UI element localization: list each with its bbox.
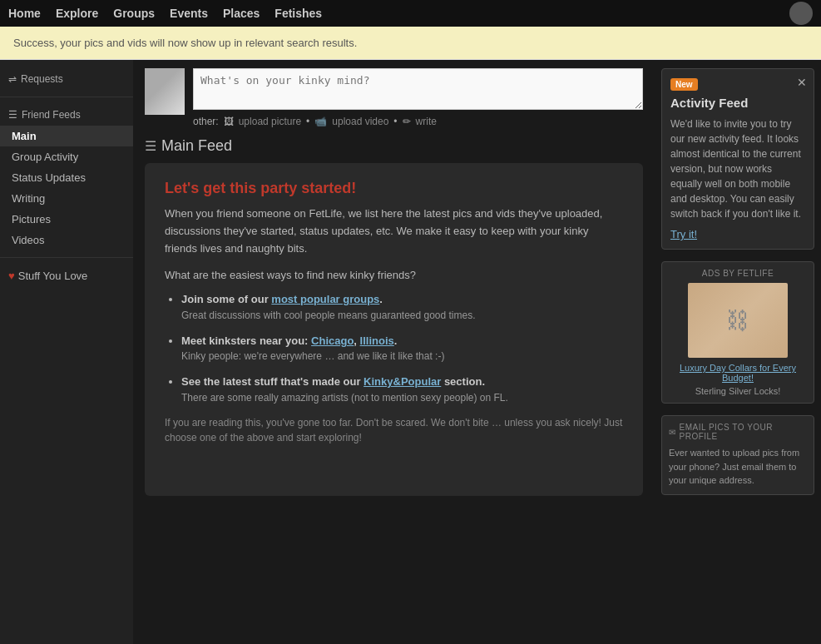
sidebar-item-group-activity[interactable]: Group Activity (0, 146, 133, 167)
list-item-3-main: See the latest stuff that's made our Kin… (181, 375, 485, 388)
sidebar-item-main[interactable]: Main (0, 126, 133, 146)
top-navigation: Home Explore Groups Events Places Fetish… (0, 0, 821, 27)
city-link[interactable]: Chicago (311, 334, 354, 347)
write-icon: ✏ (403, 116, 411, 127)
ad-image (688, 283, 788, 358)
sidebar-item-stuff-you-love[interactable]: ♥ Stuff You Love (0, 265, 133, 287)
try-it-link[interactable]: Try it! (670, 228, 697, 240)
sidebar-item-pictures[interactable]: Pictures (0, 209, 133, 230)
list-item: See the latest stuff that's made our Kin… (181, 374, 623, 405)
ad-link[interactable]: Luxury Day Collars for Every Budget! (669, 363, 807, 383)
nav-groups[interactable]: Groups (113, 7, 155, 20)
nav-logo (789, 2, 813, 25)
post-box: other: 🖼 upload picture • 📹 upload video… (145, 68, 643, 127)
state-link[interactable]: Illinois (360, 334, 394, 347)
friend-feeds-icon: ☰ (8, 109, 17, 121)
email-section: ✉ EMAIL PICS TO YOUR PROFILE Ever wanted… (661, 415, 814, 495)
email-icon: ✉ (669, 428, 676, 437)
upload-video-link[interactable]: upload video (332, 116, 388, 127)
post-options: other: 🖼 upload picture • 📹 upload video… (193, 116, 643, 127)
feed-box: Let's get this party started! When you f… (145, 163, 643, 496)
email-body: Ever wanted to upload pics from your pho… (669, 446, 807, 488)
activity-card-body: We'd like to invite you to try our new a… (670, 116, 805, 221)
sidebar-divider-1 (0, 97, 133, 97)
activity-card-title: Activity Feed (670, 96, 805, 110)
ads-label: ADS BY FETLIFE (669, 269, 807, 278)
picture-icon: 🖼 (224, 116, 234, 127)
dot-separator-2: • (393, 116, 397, 127)
post-input-area: other: 🖼 upload picture • 📹 upload video… (193, 68, 643, 127)
popular-groups-link[interactable]: most popular groups (271, 293, 379, 305)
email-header: ✉ EMAIL PICS TO YOUR PROFILE (669, 423, 807, 441)
post-textarea[interactable] (193, 68, 643, 110)
activity-card: New ✕ Activity Feed We'd like to invite … (661, 68, 814, 250)
list-item: Join some of our most popular groups. Gr… (181, 291, 623, 323)
nav-places[interactable]: Places (223, 7, 260, 20)
sidebar: ⇌ Requests ☰ Friend Feeds Main Group Act… (0, 60, 133, 644)
list-item-1-sub: Great discussions with cool people means… (181, 308, 623, 323)
sidebar-divider-2 (0, 257, 133, 258)
feed-title-text: Main Feed (161, 137, 232, 155)
kinky-popular-link[interactable]: Kinky&Popular (364, 375, 441, 388)
avatar (145, 68, 185, 115)
feed-lines-icon: ☰ (145, 138, 156, 154)
right-panel: New ✕ Activity Feed We'd like to invite … (655, 60, 821, 644)
feed-heading: Let's get this party started! (165, 180, 623, 197)
avatar-image (145, 68, 185, 115)
nav-home[interactable]: Home (8, 7, 41, 20)
video-icon: 📹 (314, 116, 327, 127)
list-item-2-sub: Kinky people: we're everywhere … and we … (181, 349, 623, 364)
friend-feeds-section[interactable]: ☰ Friend Feeds (0, 104, 133, 126)
sidebar-item-videos[interactable]: Videos (0, 230, 133, 250)
ads-section: ADS BY FETLIFE Luxury Day Collars for Ev… (661, 261, 814, 404)
success-banner: Success, your pics and vids will now sho… (0, 27, 821, 60)
list-item-1-main: Join some of our most popular groups. (181, 293, 383, 305)
requests-section[interactable]: ⇌ Requests (0, 68, 133, 90)
list-item-2-main: Meet kinksters near you: Chicago, Illino… (181, 334, 397, 347)
nav-fetishes[interactable]: Fetishes (274, 7, 322, 20)
main-layout: ⇌ Requests ☰ Friend Feeds Main Group Act… (0, 60, 821, 644)
list-item-3-sub: There are some really amazing artists (n… (181, 390, 623, 405)
sidebar-item-writing[interactable]: Writing (0, 188, 133, 209)
new-badge: New (670, 78, 698, 91)
nav-explore[interactable]: Explore (56, 7, 98, 20)
feed-title-bar: ☰ Main Feed (145, 137, 643, 155)
requests-icon: ⇌ (8, 73, 17, 85)
heart-icon: ♥ (8, 270, 15, 282)
upload-picture-link[interactable]: upload picture (239, 116, 301, 127)
feed-list: Join some of our most popular groups. Gr… (181, 291, 623, 405)
close-button[interactable]: ✕ (797, 76, 807, 89)
feed-intro: When you friend someone on FetLife, we l… (165, 206, 623, 257)
feed-footer: If you are reading this, you've gone too… (165, 415, 623, 445)
nav-events[interactable]: Events (170, 7, 208, 20)
feed-question: What are the easiest ways to find new ki… (165, 269, 623, 281)
main-content: other: 🖼 upload picture • 📹 upload video… (133, 60, 655, 644)
sidebar-item-status-updates[interactable]: Status Updates (0, 167, 133, 188)
ad-sub-text: Sterling Silver Locks! (669, 386, 807, 396)
dot-separator-1: • (306, 116, 309, 127)
list-item: Meet kinksters near you: Chicago, Illino… (181, 333, 623, 364)
write-link[interactable]: write (416, 116, 437, 127)
